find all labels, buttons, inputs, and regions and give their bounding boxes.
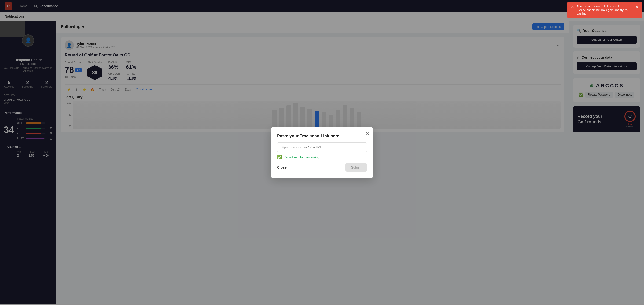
modal-title: Paste your Trackman Link here. xyxy=(277,134,367,138)
trackman-link-input[interactable] xyxy=(277,142,367,152)
modal-success-text: Report sent for processing xyxy=(284,156,319,159)
toast-close-btn[interactable]: ✕ xyxy=(635,5,638,9)
modal-close-x-btn[interactable]: ✕ xyxy=(366,131,370,136)
success-check-icon: ✅ xyxy=(277,155,282,160)
toast-message: The given trackman link is invalid. Plea… xyxy=(576,5,631,15)
trackman-modal: Paste your Trackman Link here. ✕ ✅ Repor… xyxy=(270,127,374,178)
modal-close-button[interactable]: Close xyxy=(277,165,287,169)
toast-warning-icon: ⚠ xyxy=(571,5,574,9)
modal-success-message: ✅ Report sent for processing xyxy=(277,155,367,160)
modal-submit-button[interactable]: Submit xyxy=(346,163,367,172)
modal-actions: Close Submit xyxy=(277,163,367,172)
modal-overlay[interactable]: Paste your Trackman Link here. ✕ ✅ Repor… xyxy=(0,0,644,304)
error-toast: ⚠ The given trackman link is invalid. Pl… xyxy=(567,2,642,18)
